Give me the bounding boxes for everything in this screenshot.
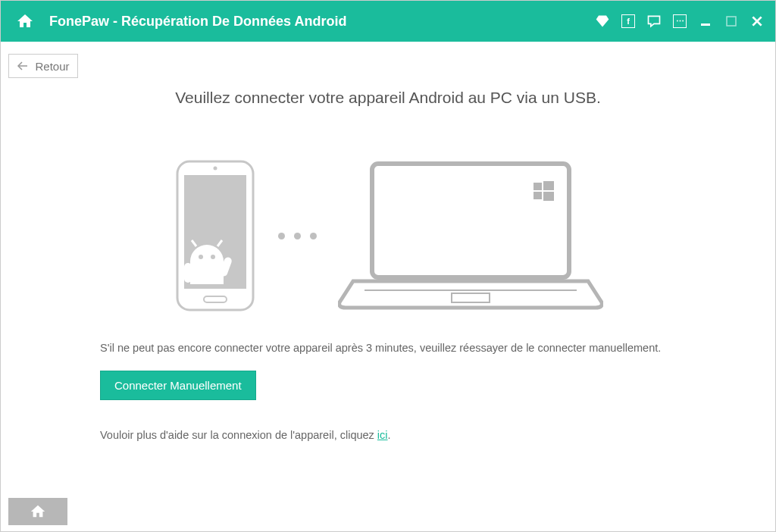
svg-rect-8 <box>204 296 227 302</box>
connection-dots <box>278 233 317 239</box>
home-icon <box>30 503 46 520</box>
instruction-block: S'il ne peut pas encore connecter votre … <box>100 342 676 441</box>
close-button[interactable] <box>748 12 766 30</box>
window-controls: f ⋯ <box>593 12 766 30</box>
svg-rect-20 <box>543 181 554 190</box>
phone-icon <box>174 160 257 311</box>
footer-home-button[interactable] <box>8 498 67 525</box>
svg-rect-24 <box>452 293 490 302</box>
connect-manually-button[interactable]: Connecter Manuellement <box>100 371 256 400</box>
svg-point-13 <box>199 255 203 259</box>
home-icon <box>16 12 34 30</box>
arrow-left-icon <box>17 61 29 71</box>
main-content: Veuillez connecter votre appareil Androi… <box>1 89 775 441</box>
svg-rect-0 <box>701 23 710 26</box>
titlebar: FonePaw - Récupération De Données Androi… <box>1 1 775 42</box>
help-suffix: . <box>388 429 391 441</box>
app-title: FonePaw - Récupération De Données Androi… <box>49 14 593 30</box>
feedback-button[interactable] <box>645 12 663 30</box>
back-label: Retour <box>35 60 69 73</box>
svg-rect-22 <box>543 192 554 201</box>
page-heading: Veuillez connecter votre appareil Androi… <box>31 89 745 107</box>
help-prefix: Vouloir plus d'aide sur la connexion de … <box>100 429 377 441</box>
dot-icon <box>294 233 301 239</box>
minimize-icon <box>699 15 712 27</box>
instruction-text: S'il ne peut pas encore connecter votre … <box>100 342 676 354</box>
svg-rect-1 <box>727 17 736 26</box>
svg-rect-19 <box>534 183 542 190</box>
diamond-icon <box>595 14 610 29</box>
svg-point-14 <box>211 255 215 259</box>
svg-rect-21 <box>534 192 542 199</box>
dot-icon <box>278 233 285 239</box>
home-button[interactable] <box>14 11 36 32</box>
maximize-icon <box>725 15 737 27</box>
facebook-button[interactable]: f <box>619 12 637 30</box>
more-button[interactable]: ⋯ <box>671 12 689 30</box>
help-link[interactable]: ici <box>377 429 388 441</box>
help-text: Vouloir plus d'aide sur la connexion de … <box>100 429 676 441</box>
close-icon <box>750 14 764 28</box>
more-icon: ⋯ <box>673 14 687 28</box>
premium-icon[interactable] <box>593 12 612 30</box>
facebook-icon: f <box>621 14 635 28</box>
minimize-button[interactable] <box>696 12 715 30</box>
dot-icon <box>310 233 317 239</box>
svg-rect-11 <box>184 263 192 283</box>
svg-point-7 <box>213 167 217 171</box>
maximize-button[interactable] <box>722 12 740 30</box>
laptop-icon <box>338 160 603 311</box>
svg-rect-10 <box>190 261 224 284</box>
connection-illustration <box>31 160 745 311</box>
back-button[interactable]: Retour <box>8 54 78 78</box>
chat-icon <box>646 14 662 29</box>
